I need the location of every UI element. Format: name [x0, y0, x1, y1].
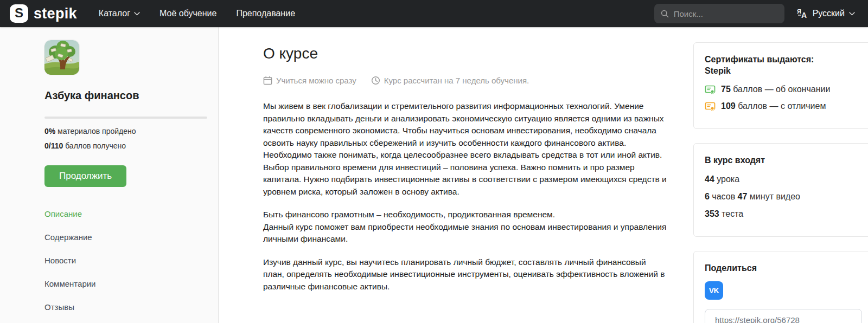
meta-start-text: Учиться можно сразу	[276, 76, 356, 85]
includes-lessons: 44 урока	[705, 173, 861, 185]
vk-icon: VK	[709, 286, 719, 295]
meta-start: Учиться можно сразу	[263, 76, 356, 85]
nav-teaching[interactable]: Преподавание	[236, 9, 295, 18]
tab-news[interactable]: Новости	[44, 256, 207, 265]
page-title: О курсе	[263, 45, 669, 62]
video-hours: 6	[705, 192, 710, 201]
points-text: баллов получено	[63, 141, 126, 150]
tab-description[interactable]: Описание	[44, 209, 207, 218]
certificate-distinction-row: 109 баллов — с отличием	[705, 101, 861, 112]
stepik-logo-icon: S	[10, 4, 28, 23]
course-includes-card: В курс входят 44 урока 6 часов 47 минут …	[693, 143, 868, 237]
share-vk-button[interactable]: VK	[705, 281, 723, 300]
about-paragraph: Мы живем в век глобализации и стремитель…	[263, 100, 669, 198]
nav-catalog-label: Каталог	[99, 9, 130, 18]
course-about-section: О курсе Учиться можно сразу Курс рассчит…	[219, 27, 669, 323]
course-info-column: Сертификаты выдаются: Stepik 75 баллов —…	[693, 27, 868, 323]
language-label: Русский	[813, 9, 845, 18]
about-paragraph: Изучив данный курс, вы научитесь планиро…	[263, 256, 669, 293]
share-card: Поделиться VK	[693, 251, 868, 323]
stepik-wordmark: stepik	[34, 5, 77, 22]
tab-comments[interactable]: Комментарии	[44, 279, 207, 288]
course-cover-image	[44, 40, 79, 75]
clock-icon	[371, 76, 380, 85]
progress-bar	[44, 117, 207, 119]
points-value: 0/110	[44, 141, 63, 150]
top-navbar: S stepik Каталог Моё обучение Преподаван…	[0, 0, 868, 27]
svg-text:Я: Я	[797, 8, 801, 15]
lessons-count: 44	[705, 175, 714, 184]
certificate-icon	[705, 101, 716, 112]
includes-video: 6 часов 47 минут видео	[705, 191, 861, 203]
translate-icon: Я A	[796, 8, 808, 20]
nav-my-learning-label: Моё обучение	[159, 9, 216, 18]
progress-percent: 0%	[44, 127, 55, 135]
includes-tests: 353 теста	[705, 208, 861, 220]
course-tabs: Описание Содержание Новости Комментарии …	[44, 209, 207, 312]
tests-count: 353	[705, 209, 719, 218]
language-selector[interactable]: Я A Русский	[796, 8, 855, 20]
video-minutes: 47	[738, 192, 748, 201]
certificates-card: Сертификаты выдаются: Stepik 75 баллов —…	[693, 42, 868, 129]
share-url-input[interactable]	[705, 309, 862, 323]
tab-reviews[interactable]: Отзывы	[44, 302, 207, 312]
certificate-distinction-points: 109	[721, 101, 736, 111]
search-box[interactable]	[654, 4, 784, 23]
stepik-logo[interactable]: S stepik	[10, 4, 77, 23]
calendar-icon	[263, 76, 272, 85]
progress-points: 0/110 баллов получено	[44, 141, 207, 150]
continue-button[interactable]: Продолжить	[44, 165, 126, 187]
course-sidebar: Азбука финансов 0% материалов пройдено 0…	[0, 27, 219, 323]
certificate-regular-row: 75 баллов — об окончании	[705, 84, 861, 95]
meta-duration-text: Курс рассчитан на 7 недель обучения.	[384, 76, 529, 85]
share-heading: Поделиться	[705, 262, 861, 274]
certificate-icon	[705, 84, 716, 95]
svg-text:A: A	[801, 11, 807, 20]
certificate-regular-text: 75 баллов — об окончании	[721, 85, 830, 94]
meta-duration: Курс рассчитан на 7 недель обучения.	[371, 76, 529, 85]
chevron-down-icon	[849, 12, 855, 16]
chevron-down-icon	[134, 12, 140, 16]
course-title: Азбука финансов	[44, 89, 207, 102]
nav-catalog[interactable]: Каталог	[99, 9, 140, 18]
nav-teaching-label: Преподавание	[236, 9, 295, 18]
progress-materials: 0% материалов пройдено	[44, 127, 207, 135]
search-input[interactable]	[674, 9, 778, 18]
includes-heading: В курс входят	[705, 154, 861, 166]
tab-syllabus[interactable]: Содержание	[44, 232, 207, 242]
progress-percent-text: материалов пройдено	[55, 127, 136, 135]
certificate-distinction-text: 109 баллов — с отличием	[721, 101, 826, 111]
certificate-regular-points: 75	[721, 85, 731, 94]
certificates-heading: Сертификаты выдаются: Stepik	[705, 54, 861, 76]
about-paragraph: Быть финансово грамотным – необходимость…	[263, 209, 669, 246]
course-meta: Учиться можно сразу Курс рассчитан на 7 …	[263, 76, 669, 85]
nav-my-learning[interactable]: Моё обучение	[159, 9, 216, 18]
search-icon	[661, 9, 669, 18]
